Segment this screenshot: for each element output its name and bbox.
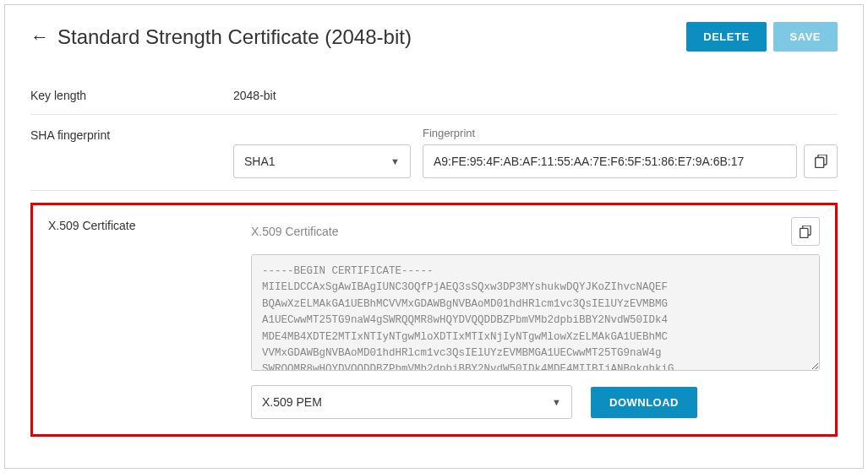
header-row: ← Standard Strength Certificate (2048-bi…: [30, 22, 838, 52]
copy-icon: [815, 155, 827, 168]
chevron-down-icon: ▼: [552, 397, 561, 407]
copy-fingerprint-button[interactable]: [804, 144, 838, 178]
copy-icon: [800, 226, 811, 238]
svg-rect-1: [815, 158, 823, 168]
fingerprint-group: Fingerprint A9:FE:95:4F:AB:AF:11:55:AA:7…: [423, 127, 838, 178]
sha-selected-value: SHA1: [244, 155, 276, 168]
key-length-label: Key length: [30, 87, 233, 102]
format-selected-value: X.509 PEM: [262, 395, 322, 409]
save-button[interactable]: SAVE: [773, 22, 838, 52]
x509-highlight-box: X.509 Certificate X.509 Certificate X.50…: [30, 203, 838, 437]
svg-rect-3: [800, 228, 808, 237]
x509-sub-label: X.509 Certificate: [251, 225, 791, 238]
download-button[interactable]: DOWNLOAD: [591, 387, 697, 418]
back-arrow-icon[interactable]: ←: [30, 26, 49, 48]
x509-label: X.509 Certificate: [48, 217, 251, 419]
chevron-down-icon: ▼: [390, 156, 400, 166]
key-length-value: 2048-bit: [233, 87, 276, 102]
certificate-pem-textarea[interactable]: [251, 254, 820, 371]
certificate-detail-page: ← Standard Strength Certificate (2048-bi…: [4, 4, 864, 469]
fingerprint-sub-label: Fingerprint: [423, 127, 838, 139]
sha-algorithm-select[interactable]: SHA1 ▼: [233, 144, 411, 178]
fingerprint-section: SHA fingerprint SHA1 ▼ Fingerprint A9:FE…: [30, 115, 838, 191]
fingerprint-value-field[interactable]: A9:FE:95:4F:AB:AF:11:55:AA:7E:F6:5F:51:8…: [423, 144, 797, 178]
delete-button[interactable]: DELETE: [686, 22, 766, 52]
x509-section: X.509 Certificate X.509 Certificate X.50…: [48, 217, 820, 419]
certificate-format-select[interactable]: X.509 PEM ▼: [251, 385, 572, 419]
copy-certificate-button[interactable]: [791, 217, 820, 246]
page-title: Standard Strength Certificate (2048-bit): [57, 25, 680, 49]
key-length-section: Key length 2048-bit: [30, 75, 838, 115]
fingerprint-label: SHA fingerprint: [30, 127, 233, 178]
